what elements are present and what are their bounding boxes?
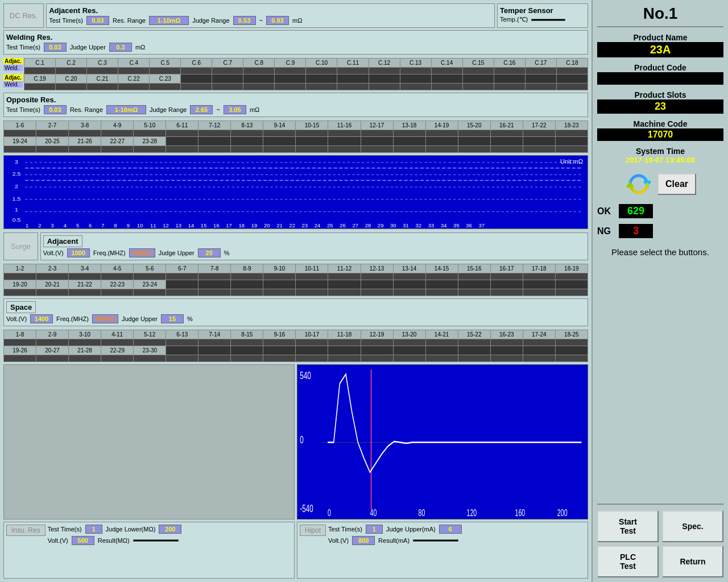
svg-text:4: 4	[64, 223, 67, 228]
test-time-label: Test Time(s)	[49, 17, 83, 24]
svg-text:16: 16	[213, 223, 220, 228]
space-label: Space	[6, 301, 36, 313]
svg-text:6: 6	[89, 223, 92, 228]
svg-text:34: 34	[441, 223, 447, 228]
opp-judge-low: 2.65	[190, 105, 213, 114]
svg-text:160: 160	[515, 508, 526, 518]
welding-res-section: Welding Res. Test Time(s) 0.03 Judge Upp…	[3, 30, 588, 55]
product-code-label: Product Code	[597, 63, 723, 72]
svg-text:2: 2	[15, 183, 18, 189]
surge-adjacent-label: Adjacent	[43, 235, 82, 247]
ch1: C.1	[24, 59, 56, 68]
svg-text:24: 24	[315, 223, 321, 228]
test-time-value: 0.03	[86, 16, 109, 25]
svg-text:21: 21	[276, 223, 283, 228]
adjacent-res-title: Adjacent Res.	[49, 6, 492, 15]
start-test-button[interactable]: Start Test	[597, 510, 659, 542]
space-freq-label: Freq.(MHZ)	[56, 315, 89, 322]
channel-grid-section: Adjac. Weld. Adjac. Weld. C.1 C.2 C.3 C.…	[3, 57, 588, 90]
insu-res-tab[interactable]: Insu. Res	[6, 525, 46, 536]
number-display: No.1	[597, 5, 723, 27]
weld-judge-upper-label: Judge Upper	[70, 44, 106, 51]
svg-text:1: 1	[15, 207, 18, 213]
product-code-value	[597, 72, 723, 85]
res-range-value: 1-10mΩ	[149, 16, 189, 25]
adjac-label-2: Adjac.	[3, 74, 23, 81]
svg-text:31: 31	[403, 223, 409, 228]
return-button[interactable]: Return	[662, 546, 723, 577]
space-judge-upper-value: 15	[161, 314, 184, 323]
system-time-block: System Time 2017-10-07 13:45:08	[597, 144, 723, 164]
temp-label: Temp.(℃)	[500, 16, 528, 23]
surge-tab-button[interactable]: Surge	[3, 232, 38, 260]
opposite-res-section: Opposite Res. Test Time(s) 0.03 Res. Ran…	[3, 93, 588, 117]
insu-judge-lower-value: 200	[159, 525, 181, 534]
system-time-value: 2017-10-07 13:45:08	[597, 156, 723, 164]
hipot-volt-value: 800	[352, 536, 375, 545]
space-judge-upper-label: Judge Upper	[122, 315, 158, 322]
plc-test-button[interactable]: PLC Test	[597, 546, 659, 577]
svg-text:0: 0	[328, 508, 331, 518]
svg-text:0.5: 0.5	[13, 217, 21, 223]
action-buttons: Start Test Spec. PLC Test Return	[597, 510, 723, 577]
svg-text:200: 200	[557, 508, 568, 518]
svg-text:18: 18	[239, 223, 245, 228]
product-slots-label: Product Slots	[597, 90, 723, 99]
svg-text:8: 8	[114, 223, 117, 228]
svg-text:15: 15	[201, 223, 207, 228]
space-volt-label: Volt.(V)	[6, 315, 27, 322]
adjac-label: Adjac.	[3, 58, 23, 64]
space-freq-value: 40MHZ	[92, 314, 118, 323]
opp-judge-range-label: Judge Range	[150, 106, 187, 113]
opp-test-time-value: 0.03	[44, 105, 67, 114]
surge-adjacent-section: Adjacent Volt.(V) 1000 Freq.(MHZ) 40MHZ …	[40, 232, 588, 260]
opposite-pairs-section: 1-62-73-8 4-95-106-11 7-128-139-14 10-15…	[3, 119, 588, 153]
surge-adjacent-pairs: 1-22-33-4 4-55-66-7 7-88-99-10 10-1111-1…	[3, 263, 588, 296]
svg-text:28: 28	[365, 223, 371, 228]
weld-test-time-label: Test Time(s)	[6, 44, 40, 51]
opp-judge-high: 3.05	[224, 105, 246, 114]
ng-row: NG 3	[597, 224, 723, 238]
product-name-block: Product Name 23A	[597, 31, 723, 57]
svg-text:29: 29	[378, 223, 384, 228]
weld-row-label: Weld.	[3, 65, 23, 71]
left-panel: DC Res. Adjacent Res. Test Time(s) 0.03 …	[0, 0, 592, 582]
svg-text:5: 5	[76, 223, 79, 228]
channel-table-row1: C.1 C.2 C.3 C.4 C.5 C.6 C.7 C.8 C.9 C.10…	[24, 58, 588, 90]
surge-freq-label: Freq.(MHZ)	[93, 250, 126, 256]
dc-res-chart: Unit:mΩ 3 2.5 2 1.5 1 0.5 1 2 3 4	[3, 155, 588, 229]
hipot-test-time-value: 1	[366, 525, 383, 534]
svg-text:13: 13	[175, 223, 181, 228]
opp-res-range-value: 1-10mΩ	[106, 105, 146, 114]
surge-freq-value: 40MHZ	[129, 248, 155, 257]
svg-text:37: 37	[479, 223, 485, 228]
spec-button[interactable]: Spec.	[662, 510, 723, 542]
ng-count: 3	[619, 224, 653, 238]
clear-button[interactable]: Clear	[657, 173, 696, 195]
hipot-judge-upper-label: Judge Upper(mA)	[386, 526, 436, 533]
insu-res-section: Insu. Res Test Time(s) 1 Judge Lower(MΩ)…	[3, 522, 295, 579]
insu-test-time-value: 1	[85, 525, 102, 534]
hipot-tab[interactable]: Hipot	[300, 525, 326, 536]
surge-volt-value: 1000	[67, 248, 90, 257]
hipot-test-time-label: Test Time(s)	[328, 526, 362, 533]
hipot-result-label: Result(mA)	[378, 537, 410, 544]
right-panel: No.1 Product Name 23A Product Code Produ…	[592, 0, 728, 582]
svg-text:1: 1	[26, 223, 28, 228]
temp-value	[531, 19, 565, 21]
hipot-section: Hipot Test Time(s) 1 Judge Upper(mA) 6 V…	[297, 522, 588, 579]
insu-volt-label: Volt.(V)	[48, 537, 68, 544]
svg-text:120: 120	[467, 508, 477, 518]
svg-text:10: 10	[137, 223, 143, 228]
temper-sensor-section: Temper Sensor Temp.(℃)	[497, 3, 588, 28]
svg-text:-540: -540	[300, 503, 313, 514]
welding-res-title: Welding Res.	[6, 33, 585, 41]
svg-text:32: 32	[415, 223, 421, 228]
surge-section: Surge Adjacent Volt.(V) 1000 Freq.(MHZ) …	[3, 232, 588, 260]
surge-volt-label: Volt.(V)	[43, 250, 64, 256]
hipot-result-value	[413, 539, 458, 542]
dc-res-button[interactable]: DC Res.	[3, 3, 44, 28]
product-name-value: 23A	[597, 42, 723, 57]
insu-volt-value: 500	[72, 536, 94, 545]
number-title: No.1	[643, 5, 678, 22]
